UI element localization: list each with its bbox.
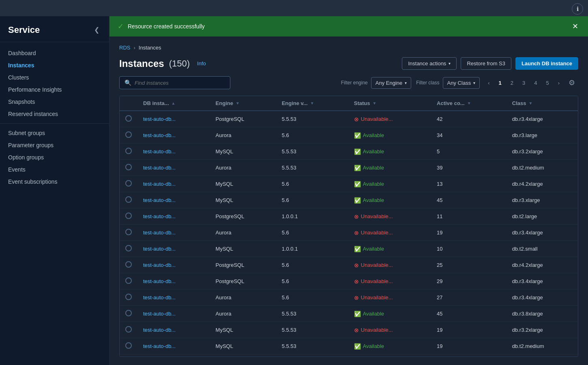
row-select-cell[interactable]	[120, 127, 137, 144]
available-icon: ✅	[354, 165, 361, 171]
instance-link[interactable]: test-auto-db...	[143, 246, 176, 252]
th-class[interactable]: Class ▼	[506, 96, 578, 111]
search-input[interactable]	[135, 80, 225, 86]
row-engine-version: 1.0.0.1	[276, 241, 348, 257]
row-select-cell[interactable]	[120, 257, 137, 273]
sidebar-item-snapshots[interactable]: Snapshots	[0, 96, 109, 108]
instance-count: (150)	[169, 58, 190, 69]
next-page-button[interactable]: ›	[555, 78, 563, 88]
sidebar-item-events[interactable]: Events	[0, 163, 109, 176]
row-select-cell[interactable]	[120, 225, 137, 241]
instance-link[interactable]: test-auto-db...	[143, 262, 176, 268]
page-1-button[interactable]: 1	[495, 78, 504, 88]
th-db-instance[interactable]: DB insta... ▲	[137, 96, 210, 111]
row-select-cell[interactable]	[120, 354, 137, 357]
launch-db-instance-button[interactable]: Launch DB instance	[515, 57, 578, 70]
sidebar-item-event-subscriptions[interactable]: Event subscriptions	[0, 176, 109, 188]
instance-link[interactable]: test-auto-db...	[143, 213, 176, 219]
instance-link[interactable]: test-auto-db...	[143, 278, 176, 284]
row-select-cell[interactable]	[120, 111, 137, 127]
instance-actions-button[interactable]: Instance actions ▾	[402, 57, 457, 70]
instance-link[interactable]: test-auto-db...	[143, 197, 176, 203]
sidebar-item-parameter-groups[interactable]: Parameter groups	[0, 139, 109, 151]
sidebar-item-clusters[interactable]: Clusters	[0, 71, 109, 84]
page-3-button[interactable]: 3	[519, 78, 528, 88]
row-status: ⊗Unavailable...	[348, 257, 431, 273]
class-filter-label: Filter class	[416, 80, 439, 86]
row-select-cell[interactable]	[120, 273, 137, 290]
row-select-cell[interactable]	[120, 338, 137, 354]
radio-button[interactable]	[125, 245, 132, 251]
instance-link[interactable]: test-auto-db...	[143, 230, 176, 236]
search-box[interactable]: 🔍	[119, 76, 230, 89]
sidebar-collapse-button[interactable]: ❮	[92, 24, 101, 35]
radio-button[interactable]	[125, 115, 132, 122]
row-select-cell[interactable]	[120, 192, 137, 208]
status-unavailable: ⊗Unavailable...	[354, 262, 425, 268]
th-engine-version[interactable]: Engine v... ▼	[276, 96, 348, 111]
instance-link[interactable]: test-auto-db...	[143, 148, 176, 155]
table-settings-button[interactable]: ⚙	[565, 77, 578, 89]
sidebar-item-reserved-instances[interactable]: Reserved instances	[0, 108, 109, 120]
instance-link[interactable]: test-auto-db...	[143, 116, 176, 122]
row-select-cell[interactable]	[120, 160, 137, 176]
page-2-button[interactable]: 2	[507, 78, 517, 88]
radio-button[interactable]	[125, 342, 132, 349]
sidebar-item-dashboard[interactable]: Dashboard	[0, 47, 109, 59]
sidebar-item-subnet-groups[interactable]: Subnet groups	[0, 127, 109, 139]
th-active-connections[interactable]: Active co... ▼	[431, 96, 506, 111]
row-select-cell[interactable]	[120, 241, 137, 257]
radio-button[interactable]	[125, 213, 132, 219]
radio-button[interactable]	[125, 294, 132, 300]
class-filter-select[interactable]: Any Class ▾	[443, 77, 480, 89]
restore-from-s3-button[interactable]: Restore from S3	[461, 57, 511, 70]
th-status[interactable]: Status ▼	[348, 96, 431, 111]
row-class: db.t2.medium	[506, 338, 578, 354]
engine-filter-select[interactable]: Any Engine ▾	[371, 77, 412, 89]
th-engine[interactable]: Engine ▼	[210, 96, 276, 111]
breadcrumb-rds-link[interactable]: RDS	[119, 45, 130, 51]
table-row: test-auto-db... MySQL 5.5.53 ✅Available …	[120, 144, 578, 160]
info-button[interactable]: Info	[195, 60, 208, 67]
instance-link[interactable]: test-auto-db...	[143, 181, 176, 187]
instance-link[interactable]: test-auto-db...	[143, 132, 176, 138]
row-select-cell[interactable]	[120, 290, 137, 306]
row-engine-version: 5.6	[276, 192, 348, 208]
instance-link[interactable]: test-auto-db...	[143, 165, 176, 171]
radio-button[interactable]	[125, 180, 132, 187]
row-select-cell[interactable]	[120, 176, 137, 192]
radio-button[interactable]	[125, 164, 132, 170]
radio-button[interactable]	[125, 326, 132, 333]
row-class: db.r3.2xlarge	[506, 322, 578, 338]
instance-link[interactable]: test-auto-db...	[143, 343, 176, 349]
status-available: ✅Available	[354, 181, 425, 187]
close-banner-button[interactable]: ✕	[571, 22, 580, 31]
row-select-cell[interactable]	[120, 208, 137, 225]
top-info-button[interactable]: ℹ	[572, 3, 583, 15]
radio-button[interactable]	[125, 148, 132, 154]
row-status: ✅Available	[348, 338, 431, 354]
instance-link[interactable]: test-auto-db...	[143, 294, 176, 301]
sidebar-item-performance-insights[interactable]: Performance Insights	[0, 84, 109, 96]
table-row: test-auto-db... MySQL 1.0.0.1 ✅Available…	[120, 241, 578, 257]
row-select-cell[interactable]	[120, 144, 137, 160]
page-5-button[interactable]: 5	[543, 78, 552, 88]
radio-button[interactable]	[125, 229, 132, 235]
radio-button[interactable]	[125, 261, 132, 268]
instance-link[interactable]: test-auto-db...	[143, 311, 176, 317]
prev-page-button[interactable]: ‹	[485, 78, 493, 88]
radio-button[interactable]	[125, 131, 132, 138]
row-db-instance: test-auto-db...	[137, 127, 210, 144]
banner-message: Resource created successfully	[128, 23, 205, 30]
page-4-button[interactable]: 4	[531, 78, 540, 88]
radio-button[interactable]	[125, 310, 132, 316]
row-select-cell[interactable]	[120, 306, 137, 322]
row-select-cell[interactable]	[120, 322, 137, 338]
sidebar-item-instances[interactable]: Instances	[0, 59, 109, 71]
unavailable-icon: ⊗	[354, 278, 359, 285]
radio-button[interactable]	[125, 196, 132, 203]
sidebar-item-option-groups[interactable]: Option groups	[0, 151, 109, 163]
radio-button[interactable]	[125, 277, 132, 284]
row-engine-version: 5.5.53	[276, 144, 348, 160]
instance-link[interactable]: test-auto-db...	[143, 327, 176, 333]
